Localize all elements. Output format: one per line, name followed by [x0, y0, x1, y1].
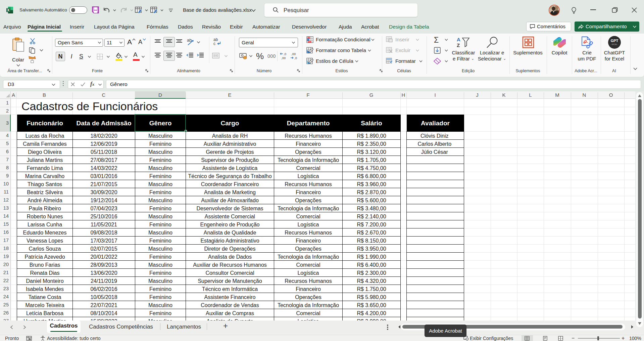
svg-text:,00: ,00 [281, 56, 286, 60]
svg-text:GPT: GPT [611, 39, 618, 43]
svg-text:- EXCEL -: - EXCEL - [611, 43, 618, 45]
svg-text:c: c [213, 41, 215, 46]
svg-text:X: X [7, 8, 9, 12]
svg-text:A: A [457, 37, 460, 42]
svg-text:,0: ,0 [284, 52, 286, 56]
svg-text:,00: ,00 [291, 52, 296, 56]
svg-text:,0: ,0 [294, 56, 297, 60]
svg-text:Z: Z [457, 42, 460, 48]
